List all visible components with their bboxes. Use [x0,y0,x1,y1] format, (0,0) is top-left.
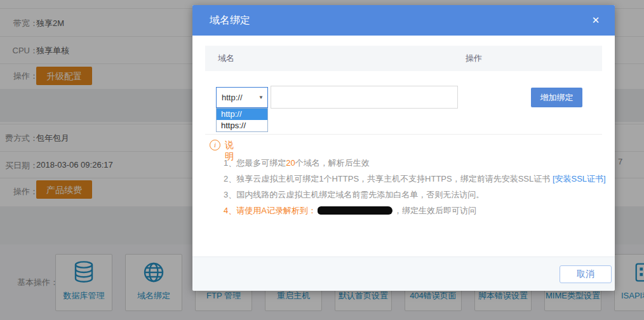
protocol-selected-value: http:// [222,88,243,107]
domain-name-input[interactable] [271,86,458,109]
notice-item-2: 2、独享云虚拟主机可绑定1个HTTPS，共享主机不支持HTTPS，绑定前请先安装… [224,173,602,185]
notice-4-suffix: ，绑定生效后即可访问 [394,206,476,215]
dialog-header: 域名绑定 ✕ [192,5,615,36]
divider [205,134,602,135]
dialog-title: 域名绑定 [210,5,250,36]
notice-item-3: 3、国内线路的云虚拟主机绑定域名前需先添加白名单，否则无法访问。 [224,189,602,201]
cancel-button[interactable]: 取消 [560,265,612,283]
add-binding-button[interactable]: 增加绑定 [531,88,582,107]
dialog-footer: 取消 [192,257,615,291]
notice-4-orange-text: 4、请使用A记录解析到： [224,206,316,215]
option-http[interactable]: http:// [217,109,267,120]
redacted-ip-address [318,206,392,215]
notice-item-1: 1、您最多可绑定20个域名，解析后生效 [224,157,602,169]
notice-1-text: 1、您最多可绑定 [224,158,286,168]
notice-1-highlight: 20 [286,158,295,168]
notice-2-text: 2、独享云虚拟主机可绑定1个HTTPS，共享主机不支持HTTPS，绑定前请先安装… [224,174,553,183]
info-icon: i [210,140,220,150]
protocol-dropdown-list: http:// https:// [216,108,268,132]
option-https[interactable]: https:// [217,120,267,131]
column-domain: 域名 [205,53,466,64]
notice-3-text: 3、国内线路的云虚拟主机绑定域名前需先添加白名单，否则无法访问。 [224,190,484,199]
notice-1-suffix: 个域名，解析后生效 [295,158,370,168]
domain-bind-dialog: 域名绑定 ✕ 域名 操作 http:// ▼ 增加绑定 http:// http… [192,5,615,290]
install-ssl-link[interactable]: [安装SSL证书] [553,174,606,183]
column-action: 操作 [466,53,602,64]
protocol-select[interactable]: http:// ▼ [216,87,268,108]
close-icon[interactable]: ✕ [589,14,602,27]
domain-table-header: 域名 操作 [205,46,602,71]
notice-item-4: 4、请使用A记录解析到：，绑定生效后即可访问 [224,205,602,217]
chevron-down-icon: ▼ [258,88,264,107]
